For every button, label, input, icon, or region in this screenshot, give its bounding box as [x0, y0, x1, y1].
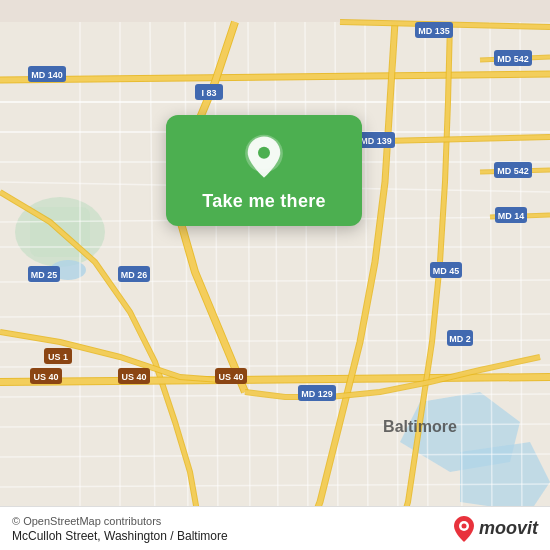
svg-text:MD 14: MD 14 [498, 211, 525, 221]
svg-text:US 40: US 40 [33, 372, 58, 382]
svg-text:US 40: US 40 [121, 372, 146, 382]
svg-text:MD 25: MD 25 [31, 270, 58, 280]
copyright-text: © OpenStreetMap contributors [12, 515, 228, 527]
svg-text:MD 45: MD 45 [433, 266, 460, 276]
svg-text:MD 542: MD 542 [497, 166, 529, 176]
svg-text:US 1: US 1 [48, 352, 68, 362]
svg-text:US 40: US 40 [218, 372, 243, 382]
map-container: MD 140 I 83 MD 135 MD 542 MD 25 MD 26 MD… [0, 0, 550, 550]
svg-text:MD 129: MD 129 [301, 389, 333, 399]
svg-text:I 83: I 83 [201, 88, 216, 98]
svg-text:MD 542: MD 542 [497, 54, 529, 64]
location-pin-icon [240, 133, 288, 181]
svg-text:MD 140: MD 140 [31, 70, 63, 80]
moovit-brand-text: moovit [479, 518, 538, 539]
bottom-left-info: © OpenStreetMap contributors McCulloh St… [12, 515, 228, 543]
svg-text:MD 139: MD 139 [360, 136, 392, 146]
svg-text:MD 2: MD 2 [449, 334, 471, 344]
svg-text:MD 135: MD 135 [418, 26, 450, 36]
address-text: McCulloh Street, Washington / Baltimore [12, 529, 228, 543]
map-background: MD 140 I 83 MD 135 MD 542 MD 25 MD 26 MD… [0, 0, 550, 550]
svg-point-86 [461, 523, 466, 528]
svg-text:Baltimore: Baltimore [383, 418, 457, 435]
svg-text:MD 26: MD 26 [121, 270, 148, 280]
svg-point-84 [258, 147, 270, 159]
moovit-logo: moovit [453, 515, 538, 543]
bottom-bar: © OpenStreetMap contributors McCulloh St… [0, 506, 550, 550]
take-me-there-button[interactable]: Take me there [166, 115, 362, 226]
take-me-there-label: Take me there [202, 191, 326, 212]
moovit-pin-icon [453, 515, 475, 543]
